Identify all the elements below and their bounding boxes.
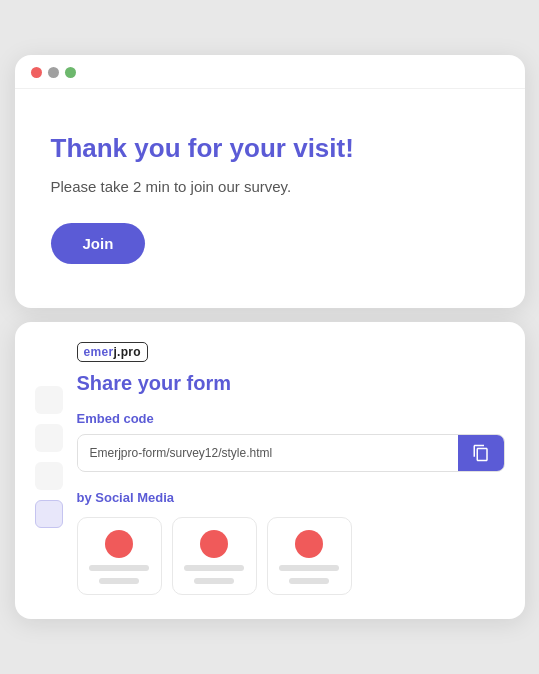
social-cards bbox=[77, 517, 505, 595]
dot-green[interactable] bbox=[65, 67, 76, 78]
join-button[interactable]: Join bbox=[51, 223, 146, 264]
social-icon-circle-3 bbox=[295, 530, 323, 558]
sidebar-icon-1[interactable] bbox=[35, 386, 63, 414]
social-label: by Social Media bbox=[77, 490, 505, 505]
sidebar-icon-2[interactable] bbox=[35, 424, 63, 452]
share-title: Share your form bbox=[77, 372, 505, 395]
browser-card: Thank you for your visit! Please take 2 … bbox=[15, 55, 525, 308]
social-line-short-2 bbox=[194, 578, 234, 584]
embed-label: Embed code bbox=[77, 411, 505, 426]
social-line-short-1 bbox=[99, 578, 139, 584]
browser-content: Thank you for your visit! Please take 2 … bbox=[15, 89, 525, 308]
outer-container: Thank you for your visit! Please take 2 … bbox=[15, 55, 525, 619]
embed-input[interactable] bbox=[78, 437, 458, 469]
copy-button[interactable] bbox=[458, 435, 504, 471]
thank-you-subtitle: Please take 2 min to join our survey. bbox=[51, 178, 489, 195]
brand-prefix: emer bbox=[84, 345, 114, 359]
social-card-3[interactable] bbox=[267, 517, 352, 595]
sidebar-icons bbox=[35, 342, 63, 595]
sidebar-icon-3[interactable] bbox=[35, 462, 63, 490]
share-card: emerj.pro Share your form Embed code by … bbox=[15, 322, 525, 619]
brand-suffix: j.pro bbox=[113, 345, 141, 359]
social-icon-circle-1 bbox=[105, 530, 133, 558]
browser-titlebar bbox=[15, 55, 525, 89]
copy-icon bbox=[472, 444, 490, 462]
thank-you-title: Thank you for your visit! bbox=[51, 133, 489, 164]
social-line-3 bbox=[279, 565, 339, 571]
social-icon-circle-2 bbox=[200, 530, 228, 558]
embed-input-row bbox=[77, 434, 505, 472]
social-card-1[interactable] bbox=[77, 517, 162, 595]
share-main: emerj.pro Share your form Embed code by … bbox=[77, 342, 505, 595]
social-line-2 bbox=[184, 565, 244, 571]
dot-yellow[interactable] bbox=[48, 67, 59, 78]
sidebar-icon-4-active[interactable] bbox=[35, 500, 63, 528]
social-line-short-3 bbox=[289, 578, 329, 584]
social-line-1 bbox=[89, 565, 149, 571]
brand-badge: emerj.pro bbox=[77, 342, 148, 362]
social-card-2[interactable] bbox=[172, 517, 257, 595]
dot-red[interactable] bbox=[31, 67, 42, 78]
share-card-inner: emerj.pro Share your form Embed code by … bbox=[35, 342, 505, 595]
